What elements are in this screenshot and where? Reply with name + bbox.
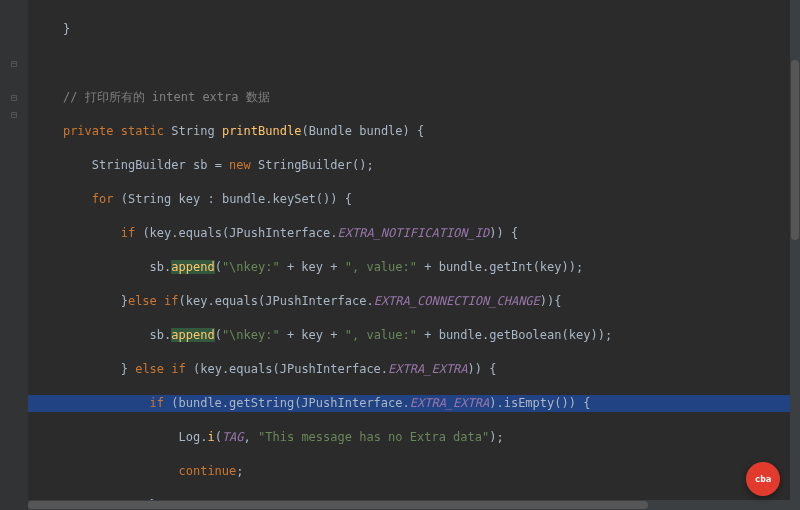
fold-marker[interactable] [0, 4, 28, 21]
svg-text:cba: cba [755, 473, 772, 484]
code-area[interactable]: } // 打印所有的 intent extra 数据 private stati… [28, 0, 800, 510]
vertical-scrollbar[interactable] [790, 0, 800, 510]
fold-marker[interactable] [0, 38, 28, 55]
code-line[interactable]: if (key.equals(JPushInterface.EXTRA_NOTI… [34, 225, 800, 242]
site-badge-icon[interactable]: cba [746, 462, 780, 496]
code-line-highlighted[interactable]: if (bundle.getString(JPushInterface.EXTR… [28, 395, 800, 412]
code-line[interactable]: } [34, 21, 800, 38]
code-line[interactable]: Log.i(TAG, "This message has no Extra da… [34, 429, 800, 446]
horizontal-scrollbar[interactable] [28, 500, 790, 510]
horizontal-scrollbar-thumb[interactable] [28, 501, 648, 509]
code-line[interactable]: for (String key : bundle.keySet()) { [34, 191, 800, 208]
code-line[interactable]: }else if(key.equals(JPushInterface.EXTRA… [34, 293, 800, 310]
code-line[interactable]: } else if (key.equals(JPushInterface.EXT… [34, 361, 800, 378]
code-line[interactable]: private static String printBundle(Bundle… [34, 123, 800, 140]
fold-marker[interactable] [0, 72, 28, 89]
fold-marker[interactable] [0, 21, 28, 38]
vertical-scrollbar-thumb[interactable] [791, 60, 799, 240]
fold-marker[interactable]: ⊟ [0, 55, 28, 72]
code-line[interactable]: sb.append("\nkey:" + key + ", value:" + … [34, 259, 800, 276]
fold-marker[interactable]: ⊟ [0, 89, 28, 106]
code-line[interactable]: continue; [34, 463, 800, 480]
code-line[interactable] [34, 55, 800, 72]
code-line[interactable]: sb.append("\nkey:" + key + ", value:" + … [34, 327, 800, 344]
fold-marker[interactable]: ⊟ [0, 106, 28, 123]
code-editor: ⊟ ⊟ ⊟ } // 打印所有的 intent extra 数据 private… [0, 0, 800, 510]
comment: // 打印所有的 intent extra 数据 [63, 90, 270, 104]
code-line[interactable]: // 打印所有的 intent extra 数据 [34, 89, 800, 106]
gutter: ⊟ ⊟ ⊟ [0, 0, 28, 510]
code-line[interactable]: StringBuilder sb = new StringBuilder(); [34, 157, 800, 174]
